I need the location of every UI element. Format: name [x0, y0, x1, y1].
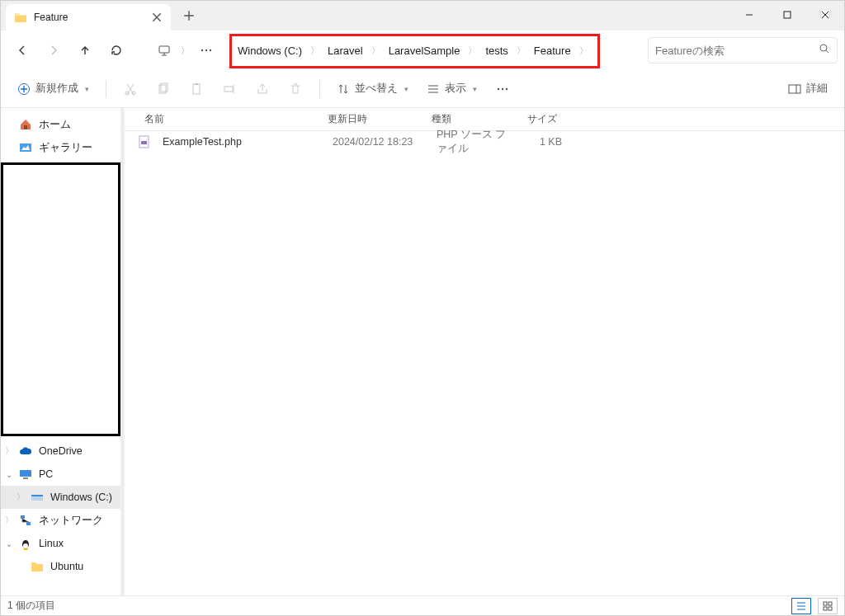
svg-rect-25 — [26, 522, 31, 525]
view-button[interactable]: 表示 ▾ — [420, 78, 484, 99]
column-type[interactable]: 種類 — [425, 112, 509, 126]
file-size: 1 KB — [514, 136, 569, 148]
tab-title: Feature — [34, 12, 143, 23]
expand-icon[interactable]: 〉 — [4, 515, 14, 526]
share-button[interactable] — [248, 75, 276, 103]
chevron-right-icon: 〉 — [468, 45, 477, 57]
details-pane-button[interactable]: 詳細 — [781, 78, 834, 99]
tab-feature[interactable]: Feature — [6, 4, 171, 31]
nav-row: 〉 Windows (C:) 〉 Laravel 〉 LaravelSample… — [1, 31, 844, 70]
svg-rect-29 — [141, 141, 147, 144]
explorer-window: Feature 〉 Windows (C:) 〉 Laravel 〉 — [0, 0, 845, 616]
svg-point-15 — [502, 87, 503, 89]
chevron-down-icon: ▾ — [473, 85, 477, 93]
search-icon — [819, 43, 830, 58]
svg-rect-18 — [24, 125, 27, 129]
svg-rect-33 — [828, 607, 832, 610]
paste-button[interactable] — [182, 75, 210, 103]
sidebar-splitter[interactable] — [120, 108, 125, 595]
pc-icon — [19, 468, 32, 481]
sidebar-item-ubuntu[interactable]: Ubuntu — [1, 555, 120, 578]
collapse-icon[interactable]: ⌄ — [4, 539, 14, 548]
details-view-button[interactable] — [791, 598, 811, 614]
overflow-button[interactable] — [489, 75, 517, 103]
separator — [319, 80, 320, 98]
sidebar-item-linux[interactable]: ⌄ Linux — [1, 532, 120, 555]
sidebar-label: ホーム — [39, 118, 71, 132]
svg-rect-13 — [224, 87, 233, 92]
breadcrumb-item[interactable]: LaravelSample — [380, 45, 469, 57]
svg-point-7 — [125, 92, 129, 95]
column-date[interactable]: 更新日時 — [321, 112, 425, 126]
maximize-button[interactable] — [768, 1, 806, 29]
column-size[interactable]: サイズ — [509, 112, 564, 126]
rename-button[interactable] — [215, 75, 243, 103]
details-pane-label: 詳細 — [806, 82, 828, 96]
sidebar-item-onedrive[interactable]: 〉 OneDrive — [1, 440, 120, 463]
title-bar: Feature — [1, 1, 844, 31]
svg-point-3 — [205, 49, 207, 51]
svg-rect-31 — [828, 602, 832, 605]
svg-rect-30 — [824, 602, 827, 605]
copy-button[interactable] — [149, 75, 177, 103]
search-input[interactable] — [655, 45, 814, 57]
file-row[interactable]: ExampleTest.php 2024/02/12 18:23 PHP ソース… — [125, 131, 844, 153]
file-name: ExampleTest.php — [156, 136, 326, 148]
network-icon — [19, 514, 32, 527]
sidebar-item-home[interactable]: ホーム — [1, 113, 120, 136]
delete-button[interactable] — [281, 75, 309, 103]
close-button[interactable] — [806, 1, 844, 29]
chevron-right-icon: 〉 — [371, 45, 380, 57]
forward-button[interactable] — [39, 35, 68, 65]
search-box[interactable] — [648, 37, 838, 63]
window-controls — [730, 1, 844, 29]
icons-view-button[interactable] — [818, 598, 838, 614]
svg-rect-0 — [784, 12, 791, 18]
sidebar-item-gallery[interactable]: ギャラリー — [1, 136, 120, 159]
new-button-label: 新規作成 — [35, 82, 78, 96]
breadcrumb-item[interactable]: Windows (C:) — [229, 45, 310, 57]
linux-icon — [19, 537, 32, 550]
view-button-label: 表示 — [445, 82, 466, 96]
chevron-right-icon: 〉 — [579, 45, 588, 57]
sidebar-item-pc[interactable]: ⌄ PC — [1, 463, 120, 486]
breadcrumb-item[interactable]: Feature — [526, 45, 579, 57]
svg-point-4 — [210, 49, 211, 51]
cut-button[interactable] — [116, 75, 144, 103]
sidebar: ホーム ギャラリー 〉 OneDrive ⌄ PC 〉 Windows (C:) — [1, 108, 120, 595]
folder-icon — [31, 560, 44, 573]
cloud-icon — [19, 444, 32, 458]
column-name[interactable]: 名前 — [138, 112, 321, 126]
status-item-count: 1 個の項目 — [7, 599, 55, 613]
svg-rect-11 — [193, 84, 200, 94]
svg-rect-19 — [20, 143, 31, 152]
more-button[interactable] — [191, 35, 221, 65]
status-bar: 1 個の項目 — [1, 595, 844, 615]
pc-root-icon[interactable] — [149, 35, 179, 65]
new-button[interactable]: 新規作成 ▾ — [11, 78, 96, 99]
svg-point-14 — [498, 87, 499, 89]
sidebar-label: ネットワーク — [39, 514, 103, 528]
chevron-down-icon: ▾ — [404, 85, 408, 93]
up-button[interactable] — [70, 35, 100, 65]
file-type: PHP ソース ファイル — [430, 128, 514, 156]
expand-icon[interactable]: 〉 — [16, 491, 26, 503]
sidebar-item-network[interactable]: 〉 ネットワーク — [1, 509, 120, 532]
collapse-icon[interactable]: ⌄ — [4, 470, 14, 479]
minimize-button[interactable] — [730, 1, 768, 29]
refresh-button[interactable] — [101, 35, 131, 65]
sort-button-label: 並べ替え — [355, 82, 398, 96]
sidebar-label: PC — [39, 468, 53, 480]
sidebar-label: Ubuntu — [50, 561, 83, 572]
sidebar-item-windows-c[interactable]: 〉 Windows (C:) — [1, 486, 120, 509]
separator — [106, 80, 106, 98]
svg-point-27 — [23, 543, 28, 548]
expand-icon[interactable]: 〉 — [4, 445, 14, 457]
back-button[interactable] — [7, 35, 37, 65]
tab-close-button[interactable] — [149, 10, 164, 25]
breadcrumb-item[interactable]: tests — [477, 45, 516, 57]
new-tab-button[interactable] — [176, 2, 202, 29]
breadcrumb-item[interactable]: Laravel — [319, 45, 371, 57]
breadcrumb: Windows (C:) 〉 Laravel 〉 LaravelSample 〉… — [229, 37, 640, 63]
sort-button[interactable]: 並べ替え ▾ — [330, 78, 415, 99]
